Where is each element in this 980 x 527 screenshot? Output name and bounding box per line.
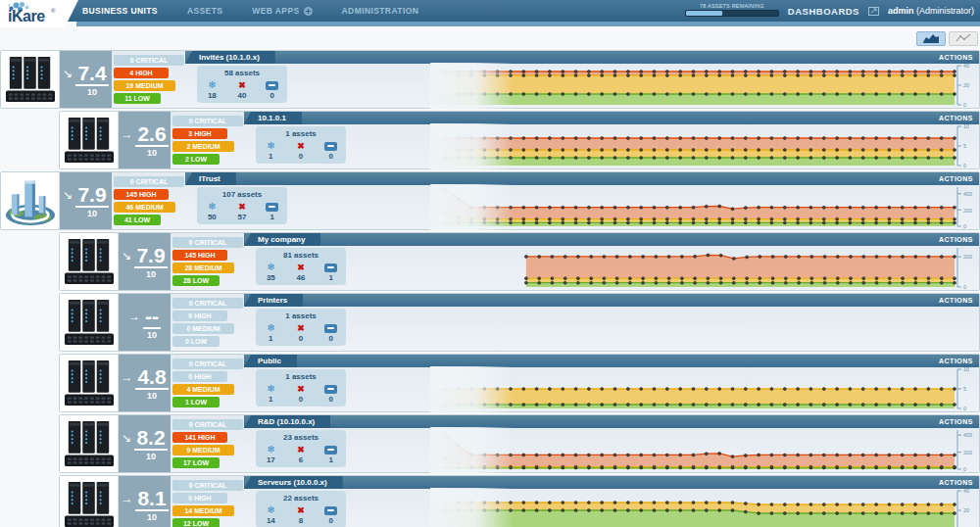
trend-arrow-icon: → [121, 492, 132, 505]
assets-remaining-fill [686, 11, 723, 16]
counter-value: 1 [256, 152, 286, 162]
counter-value: 0 [316, 395, 346, 405]
score-max: 10 [134, 451, 167, 461]
assets-count-label: 81 assets [256, 249, 346, 262]
unit-icon[interactable] [60, 112, 119, 168]
assets-count-label: 23 assets [256, 431, 346, 444]
unit-name-tab[interactable]: Printers [244, 294, 303, 307]
unit-summary: → 8.1 10 0 CRITICAL 0 HIGH 14 MEDIUM 12 … [60, 476, 244, 527]
business-unit-row: ↘ 7.9 10 0 CRITICAL 145 HIGH 28 MEDIUM 2… [59, 232, 980, 291]
asset-counters: ❄14 ✖8 0 [256, 504, 346, 526]
svg-text:0: 0 [963, 223, 966, 229]
line-chart-view-button[interactable] [949, 31, 978, 46]
counter-value: 6 [286, 455, 317, 465]
low-badge: 17 LOW [172, 457, 220, 468]
business-units-list: ↘ 7.4 10 0 CRITICAL 4 HIGH 19 MEDIUM 11 … [0, 50, 980, 527]
svg-text:200: 200 [963, 450, 972, 455]
svg-text:400: 400 [963, 191, 972, 197]
critical-badge: 0 CRITICAL [172, 480, 243, 491]
snowflake-icon: ❄ [197, 79, 227, 91]
unit-name-tab[interactable]: Invités (10.1.0.x) [185, 51, 275, 64]
trend-arrow-icon: ↘ [63, 67, 73, 80]
low-badge: 41 LOW [114, 215, 161, 225]
trend-arrow-icon: → [121, 370, 132, 384]
score-max: 10 [134, 268, 167, 279]
score-fraction: 8.2 10 [134, 427, 167, 461]
trend-chart: 02040 [430, 63, 979, 109]
trend-arrow-icon: → [128, 310, 140, 323]
trend-chart: 02040 [430, 488, 979, 527]
server-rack-icon [4, 54, 57, 105]
dashboards-icon[interactable] [868, 2, 879, 20]
unit-icon[interactable] [1, 51, 60, 108]
score-fraction: 2.6 10 [135, 123, 168, 158]
medium-badge: 4 MEDIUM [172, 384, 234, 395]
unit-name-tab[interactable]: My company [244, 233, 320, 246]
asset-counter: ❄50 [197, 201, 227, 222]
unit-icon[interactable] [60, 355, 119, 411]
unit-icon[interactable] [60, 476, 119, 527]
unit-icon[interactable] [1, 172, 60, 229]
nav-item-administration[interactable]: ADMINISTRATION [342, 6, 419, 16]
user-menu[interactable]: admin (Administrator) [888, 6, 974, 16]
asset-counter: 1 [257, 201, 287, 222]
critical-badge: 0 CRITICAL [114, 176, 184, 187]
svg-text:0: 0 [963, 163, 966, 168]
snowflake-icon: ❄ [256, 383, 286, 395]
nav-dashboards[interactable]: DASHBOARDS [788, 6, 859, 17]
asset-counter: ✖57 [227, 201, 258, 222]
svg-text:400: 400 [963, 432, 972, 438]
asset-counter: ✖0 [286, 383, 317, 405]
score-fraction: 7.9 10 [134, 245, 167, 279]
unit-icon[interactable] [60, 294, 119, 351]
medium-badge: 14 MEDIUM [172, 505, 234, 516]
nav-item-web-apps[interactable]: WEB APPS [252, 6, 312, 16]
trend-arrow-icon: ↘ [122, 431, 131, 445]
nav-item-assets[interactable]: ASSETS [187, 6, 222, 16]
unit-name-tab[interactable]: ITrust [185, 172, 236, 185]
unit-score-panel: ↘ 7.9 10 [119, 233, 171, 290]
asset-counter: ❄14 [256, 504, 286, 526]
critical-badge: 0 CRITICAL [172, 359, 243, 369]
unit-name-tab[interactable]: 10.1.0.1 [244, 112, 302, 124]
svg-text:40: 40 [963, 63, 969, 69]
score-fraction: 8.1 10 [135, 488, 168, 522]
nav-item-business-units[interactable]: BUSINESS UNITS [82, 6, 158, 16]
unit-name-tab[interactable]: Public [244, 355, 297, 367]
unit-score-panel: → 8.1 10 [119, 476, 171, 527]
counter-value: 1 [256, 395, 286, 405]
unit-name-tab[interactable]: Serveurs (10.0.0.x) [244, 476, 343, 489]
unit-icon[interactable] [60, 415, 119, 472]
high-badge: 141 HIGH [172, 432, 227, 443]
assets-box: 23 assets ❄17 ✖6 1 [256, 430, 346, 467]
unit-summary: → 2.6 10 0 CRITICAL 3 HIGH 2 MEDIUM 2 LO… [60, 112, 244, 168]
counter-value: 0 [316, 152, 346, 162]
score-value: 7.9 [75, 184, 108, 208]
asset-counters: ❄1 ✖0 0 [256, 383, 346, 405]
nav-item-web-apps-label: WEB APPS [252, 6, 299, 16]
high-badge: 0 HIGH [172, 493, 227, 503]
counter-value: 1 [316, 455, 346, 465]
red-cross-icon: ✖ [286, 504, 317, 516]
critical-badge: 0 CRITICAL [172, 419, 243, 430]
area-chart-view-button[interactable] [916, 31, 946, 46]
nav-right-cluster: 78 ASSETS REMAINING DASHBOARDS admin (Ad… [685, 0, 974, 22]
trend-chart: 0200 [430, 245, 979, 291]
counter-value: 8 [286, 516, 317, 526]
logo[interactable]: iKare ® [0, 0, 65, 27]
line-chart-icon [956, 33, 971, 43]
assets-box: 1 assets ❄1 ✖0 0 [256, 369, 346, 407]
red-cross-icon: ✖ [227, 201, 258, 213]
severity-badges: 0 CRITICAL 145 HIGH 28 MEDIUM 28 LOW [171, 233, 243, 290]
user-name: admin [888, 6, 914, 16]
unit-name-tab[interactable]: R&D (10.10.0.x) [244, 415, 330, 428]
low-badge: 0 LOW [172, 336, 220, 347]
medium-badge: 46 MEDIUM [114, 202, 175, 213]
score-value: -- [143, 306, 161, 329]
svg-text:200: 200 [963, 254, 972, 260]
unit-icon[interactable] [60, 233, 119, 290]
unit-score-panel: ↘ 7.4 10 [60, 51, 112, 108]
score-value: 4.8 [135, 366, 168, 390]
asset-counters: ❄18 ✖40 0 [197, 79, 287, 101]
trend-chart: 0200400 [430, 427, 979, 473]
